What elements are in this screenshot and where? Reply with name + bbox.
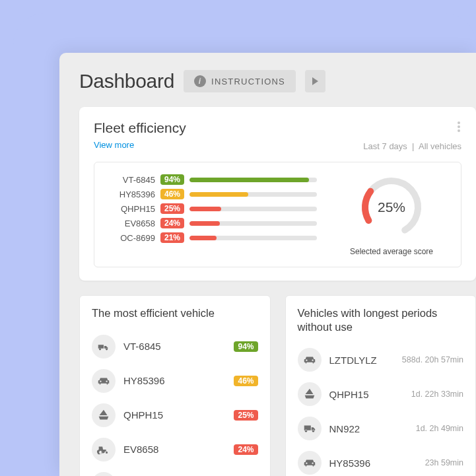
efficiency-bar-row: VT-684594% [108, 174, 317, 185]
idle-duration: 23h 59min [425, 458, 463, 467]
gauge-value: 25% [358, 174, 425, 240]
boat-icon [298, 382, 322, 406]
gauge-label: Selected average score [350, 247, 433, 256]
vehicle-name: HY85396 [123, 375, 165, 386]
bar-vehicle-name: VT-6845 [108, 175, 155, 185]
bar-percent-badge: 24% [160, 218, 184, 228]
card-more-icon[interactable] [456, 120, 461, 133]
longest-idle-title: Vehicles with longest periods without us… [298, 306, 456, 333]
efficiency-box: VT-684594%HY8539646%QHPH1525%EV865824%OC… [94, 162, 461, 267]
period-label: Last 7 days [363, 141, 407, 151]
bar-percent-badge: 25% [160, 203, 184, 214]
tractor-icon [92, 438, 116, 461]
car-icon [298, 451, 322, 475]
fleet-efficiency-title: Fleet efficiency [94, 120, 186, 136]
bar-vehicle-name: EV8658 [108, 219, 155, 228]
instructions-button[interactable]: i INSTRUCTIONS [184, 70, 296, 92]
vehicle-name: QHPH15 [123, 409, 163, 421]
efficiency-bar-row: EV865824% [108, 218, 317, 228]
vehicle-name: EV8658 [123, 444, 158, 455]
efficiency-bar-row: HY8539646% [108, 189, 317, 199]
car-icon [92, 369, 116, 393]
list-item[interactable]: HY8539623h 59min [298, 446, 464, 476]
bar-fill [189, 207, 221, 211]
bar-fill [189, 178, 309, 182]
bar-vehicle-name: QHPH15 [108, 204, 155, 214]
longest-idle-panel: Vehicles with longest periods without us… [285, 295, 477, 476]
efficiency-badge: 46% [234, 376, 257, 386]
list-item[interactable]: OC-869921% [92, 467, 258, 476]
bar-vehicle-name: OC-8699 [108, 233, 155, 243]
idle-duration: 1d. 22h 33min [411, 390, 463, 399]
fleet-efficiency-card: Fleet efficiency View more Last 7 days |… [79, 107, 476, 281]
view-more-link[interactable]: View more [94, 140, 134, 150]
list-item[interactable]: QHPH151d. 22h 33min [298, 377, 464, 411]
topbar: Dashboard i INSTRUCTIONS [79, 70, 476, 92]
idle-duration: 588d. 20h 57min [402, 355, 463, 364]
bar-percent-badge: 46% [160, 189, 184, 199]
efficiency-badge: 25% [234, 410, 257, 421]
bar-fill [189, 192, 248, 197]
efficiency-bar-row: QHPH1525% [108, 203, 317, 214]
efficiency-bar-row: OC-869921% [108, 232, 317, 243]
list-item[interactable]: EV865824% [92, 432, 258, 467]
boat-icon [92, 403, 116, 427]
bar-fill [189, 221, 220, 226]
car-icon [298, 348, 322, 372]
app-window: Dashboard i INSTRUCTIONS Fleet efficienc… [59, 53, 476, 476]
most-efficient-title: The most efficient vehicle [92, 306, 258, 320]
vehicle-name: NN922 [329, 423, 360, 434]
truck-small-icon [92, 472, 116, 476]
scope-label: All vehicles [419, 141, 461, 151]
truck-icon [298, 417, 322, 440]
vehicle-name: VT-6845 [123, 341, 161, 352]
list-item[interactable]: QHPH1525% [92, 398, 258, 432]
list-item[interactable]: LZTDLYLZ588d. 20h 57min [298, 343, 464, 377]
page-title: Dashboard [79, 70, 174, 92]
list-item[interactable]: HY8539646% [92, 364, 258, 398]
bar-percent-badge: 94% [160, 174, 184, 185]
play-icon [312, 77, 318, 85]
vehicle-name: LZTDLYLZ [329, 355, 377, 366]
vehicle-name: QHPH15 [329, 389, 369, 400]
play-button[interactable] [305, 70, 325, 92]
efficiency-badge: 94% [234, 341, 257, 352]
instructions-label: INSTRUCTIONS [211, 77, 285, 86]
bar-track [189, 221, 317, 226]
efficiency-bars: VT-684594%HY8539646%QHPH1525%EV865824%OC… [108, 174, 317, 256]
bar-vehicle-name: HY85396 [108, 189, 155, 199]
average-gauge: 25% [358, 174, 425, 240]
most-efficient-panel: The most efficient vehicle VT-684594%HY8… [79, 295, 271, 476]
idle-duration: 1d. 2h 49min [416, 424, 463, 433]
bar-track [189, 236, 317, 240]
bar-track [189, 178, 317, 182]
bar-fill [189, 236, 217, 240]
vehicle-name: HY85396 [329, 458, 371, 469]
info-icon: i [194, 75, 206, 87]
gauge-area: 25% Selected average score [335, 174, 448, 256]
efficiency-badge: 24% [234, 444, 257, 455]
list-item[interactable]: VT-684594% [92, 329, 258, 364]
bar-track [189, 207, 317, 211]
truck-small-icon [92, 335, 116, 358]
bar-percent-badge: 21% [160, 232, 184, 243]
bar-track [189, 192, 317, 197]
list-item[interactable]: NN9221d. 2h 49min [298, 411, 464, 446]
